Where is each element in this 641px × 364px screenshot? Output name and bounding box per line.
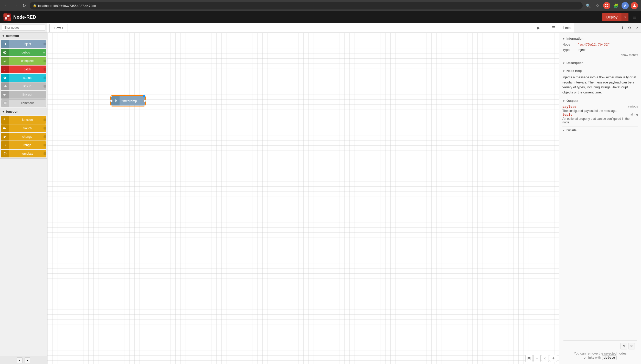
node-item-range[interactable]: ii range — [1, 141, 46, 149]
delete-key: delete — [602, 355, 617, 360]
node-item-inject[interactable]: inject — [1, 40, 46, 48]
payload-desc: The configured payload of the message. — [562, 109, 638, 113]
information-section-label: Information — [567, 37, 583, 40]
sidebar-content: ▼ common inject — [0, 33, 47, 356]
info-tab-label: info — [565, 26, 571, 30]
payload-name: payload — [562, 105, 576, 109]
zoom-in-button[interactable]: + — [550, 355, 557, 362]
complete-label: complete — [9, 59, 46, 63]
node-item-template[interactable]: {} template — [1, 150, 46, 157]
information-section-header[interactable]: ▼ Information — [562, 37, 638, 40]
description-section-header[interactable]: ▼ Description — [562, 61, 638, 65]
function-category: ▼ function f function — [0, 108, 47, 159]
svg-rect-1 — [607, 4, 608, 5]
outputs-section-header[interactable]: ▼ Outputs — [562, 99, 638, 103]
forward-button[interactable]: → — [12, 2, 19, 9]
complete-right-port — [44, 60, 46, 62]
information-chevron-icon: ▼ — [562, 37, 565, 40]
common-category-header[interactable]: ▼ common — [0, 33, 47, 39]
svg-text:ii: ii — [3, 144, 6, 147]
bookmark-button[interactable]: ☆ — [594, 2, 601, 9]
tab-flow1[interactable]: Flow 1 — [49, 24, 68, 32]
user-avatar[interactable]: A — [622, 2, 629, 9]
node-item-catch[interactable]: catch — [1, 66, 46, 73]
function-icon-area: f — [1, 116, 9, 124]
svg-text:{}: {} — [3, 152, 7, 156]
node-item-linkin[interactable]: link in — [1, 82, 46, 90]
canvas-node-timestamp[interactable]: timestamp — [111, 96, 145, 105]
zoom-out-button[interactable]: − — [533, 355, 541, 362]
node-type-value: inject — [578, 48, 585, 52]
common-category-label: common — [6, 34, 19, 38]
change-icon-area — [1, 133, 9, 141]
payload-type: various — [628, 105, 638, 108]
scroll-up-button[interactable]: ▲ — [17, 357, 23, 363]
node-item-function[interactable]: f function — [1, 116, 46, 124]
comment-label: comment — [9, 101, 46, 105]
panel-settings-button[interactable]: ⚙ — [626, 25, 633, 31]
node-type-row: Type inject — [562, 48, 638, 52]
deploy-button[interactable]: Deploy — [602, 13, 622, 21]
info-panel-tab[interactable]: ℹ info — [559, 23, 574, 33]
svg-point-8 — [5, 17, 7, 20]
deploy-btn-group: Deploy ▾ — [602, 13, 629, 21]
panel-close-button[interactable]: ✕ — [628, 343, 635, 349]
svg-point-9 — [7, 15, 10, 17]
catch-right-port — [44, 68, 46, 71]
node-id-value: "ec475e12.7b432" — [578, 42, 610, 46]
sidebar-search-container — [0, 23, 47, 33]
scroll-down-button[interactable]: ▼ — [25, 357, 30, 363]
delete-hint-line2: or links with delete — [563, 355, 637, 360]
svg-rect-3 — [607, 6, 608, 7]
search-input[interactable] — [2, 25, 45, 31]
outputs-chevron-icon: ▼ — [562, 100, 565, 102]
back-button[interactable]: ← — [3, 2, 10, 9]
function-category-header[interactable]: ▼ function — [0, 108, 47, 115]
node-item-debug[interactable]: debug ≡ — [1, 49, 46, 56]
profile-circle[interactable] — [631, 2, 638, 9]
add-tab-button[interactable]: + — [543, 25, 549, 31]
extensions-button[interactable]: 🧩 — [612, 2, 619, 9]
linkin-icon-area — [1, 82, 9, 90]
svg-rect-7 — [8, 18, 11, 21]
node-id-row: Node "ec475e12.7b432" — [562, 42, 638, 46]
deploy-dropdown-button[interactable]: ▾ — [622, 13, 628, 21]
panel-info-button[interactable]: ℹ — [619, 25, 626, 31]
node-item-linkout[interactable]: link out — [1, 91, 46, 99]
run-flow-button[interactable]: ▶ — [535, 25, 542, 31]
zoom-reset-button[interactable]: ○ — [542, 355, 549, 362]
template-icon-area: {} — [1, 150, 9, 157]
tab-menu-button[interactable]: ☰ — [550, 25, 557, 31]
node-item-change[interactable]: change — [1, 133, 46, 141]
reload-button[interactable]: ↻ — [20, 2, 28, 9]
divider-3 — [562, 97, 638, 97]
zoom-fit-button[interactable]: ⊞ — [525, 355, 532, 362]
hamburger-menu-button[interactable]: ≡ — [631, 13, 638, 22]
panel-actions: ℹ ⚙ ↗ — [619, 25, 641, 31]
canvas[interactable]: timestamp ⊞ − ○ + — [47, 33, 559, 364]
logo: Node-RED — [3, 13, 36, 21]
address-bar[interactable]: 🔒 localhost:1880/#flow/73554227.4474dc — [30, 2, 583, 9]
node-item-comment[interactable]: comment — [1, 99, 46, 107]
switch-label: switch — [9, 126, 46, 130]
details-section-header[interactable]: ▼ Details — [562, 129, 638, 132]
timestamp-port-out[interactable] — [143, 99, 146, 102]
node-help-section-header[interactable]: ▼ Node Help — [562, 69, 638, 73]
browser-nav: ← → ↻ — [3, 2, 28, 9]
template-right-port — [44, 152, 46, 155]
svg-rect-0 — [605, 4, 606, 5]
node-item-status[interactable]: status — [1, 74, 46, 82]
app-container: Node-RED Deploy ▾ ≡ ▼ common — [0, 11, 641, 364]
svg-rect-2 — [605, 6, 606, 7]
panel-expand-button[interactable]: ↗ — [633, 25, 640, 31]
timestamp-port-in[interactable] — [110, 99, 113, 102]
node-item-complete[interactable]: complete — [1, 57, 46, 65]
show-more-button[interactable]: show more ▾ — [562, 53, 638, 57]
sidebar: ▼ common inject — [0, 23, 47, 364]
description-section-label: Description — [567, 61, 583, 65]
search-button[interactable]: 🔍 — [585, 2, 592, 9]
node-item-switch[interactable]: switch — [1, 124, 46, 132]
panel-refresh-button[interactable]: ↻ — [621, 343, 627, 349]
switch-right-port — [44, 127, 46, 130]
node-id-label: Node — [562, 42, 578, 46]
